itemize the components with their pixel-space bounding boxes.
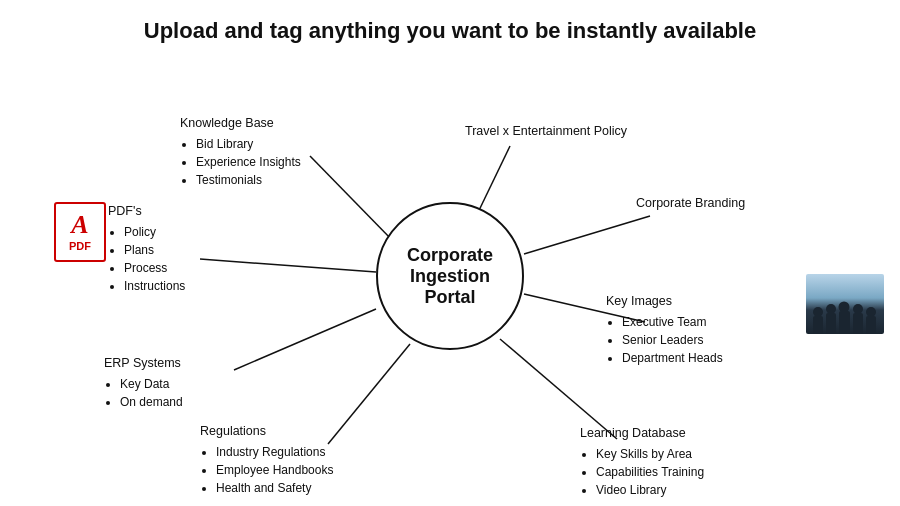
key-images-list: Executive Team Senior Leaders Department…: [606, 313, 723, 367]
learning-database-node: Learning Database Key Skills by Area Cap…: [580, 424, 704, 499]
svg-rect-9: [813, 316, 823, 334]
svg-line-0: [310, 156, 394, 242]
learning-list: Key Skills by Area Capabilities Training…: [580, 445, 704, 499]
corporate-branding-node: Corporate Branding: [636, 194, 745, 215]
key-images-photo: [806, 274, 884, 334]
pdf-label: PDF: [69, 240, 91, 252]
svg-rect-17: [866, 316, 876, 334]
svg-point-10: [826, 304, 836, 314]
pdfs-list: Policy Plans Process Instructions: [108, 223, 185, 295]
svg-point-12: [839, 302, 850, 313]
svg-rect-13: [839, 311, 850, 334]
svg-rect-15: [853, 313, 863, 334]
regulations-node: Regulations Industry Regulations Employe…: [200, 422, 333, 497]
key-images-node: Key Images Executive Team Senior Leaders…: [606, 292, 723, 367]
svg-point-16: [866, 307, 876, 317]
knowledge-base-list: Bid Library Experience Insights Testimon…: [180, 135, 301, 189]
center-circle: Corporate Ingestion Portal: [376, 202, 524, 350]
acrobat-symbol: A: [71, 212, 88, 238]
svg-line-6: [234, 309, 376, 370]
pdf-icon: A PDF: [54, 202, 106, 262]
diagram-container: Corporate Ingestion Portal Knowledge Bas…: [0, 54, 900, 506]
svg-point-8: [813, 307, 823, 317]
svg-line-2: [524, 216, 650, 254]
pdfs-node: PDF's Policy Plans Process Instructions: [108, 202, 185, 295]
page-title: Upload and tag anything you want to be i…: [0, 0, 900, 44]
svg-rect-11: [826, 313, 836, 334]
svg-point-14: [853, 304, 863, 314]
knowledge-base-node: Knowledge Base Bid Library Experience In…: [180, 114, 301, 189]
svg-line-5: [328, 344, 410, 444]
travel-policy-node: Travel x Entertainment Policy: [465, 122, 627, 143]
erp-list: Key Data On demand: [104, 375, 183, 411]
svg-line-7: [200, 259, 376, 272]
erp-node: ERP Systems Key Data On demand: [104, 354, 183, 411]
regulations-list: Industry Regulations Employee Handbooks …: [200, 443, 333, 497]
